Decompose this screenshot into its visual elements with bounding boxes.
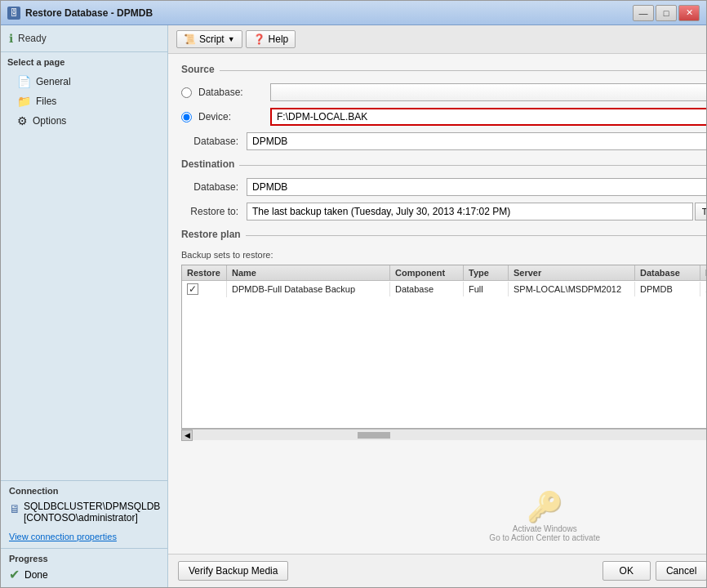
restore-checkbox[interactable]: ✓ (187, 283, 198, 295)
title-bar-left: 🗄 Restore Database - DPMDB (7, 7, 153, 20)
cell-server: SPM-LOCAL\MSDPM2012 (509, 282, 635, 296)
restore-plan-form: Backup sets to restore: Restore Name Com… (181, 250, 706, 440)
script-icon: 📜 (184, 33, 196, 45)
cell-database: DPMDB (635, 282, 700, 296)
backup-sets-table: Restore Name Component Type Server Datab… (181, 265, 706, 429)
connection-section: Connection 🖥 SQLDBCLUSTER\DPMSQLDB [CONT… (1, 480, 167, 548)
sidebar-item-options-label: Options (33, 115, 66, 127)
horizontal-scrollbar[interactable]: ◀ ▶ (181, 429, 706, 440)
source-database-row: Database: DPMDB ▼ (181, 132, 706, 150)
scroll-left-btn[interactable]: ◀ (181, 430, 193, 441)
database-dropdown[interactable]: ▼ (270, 83, 706, 101)
toolbar: 📜 Script ▼ ❓ Help (168, 25, 706, 54)
window-title: Restore Database - DPMDB (25, 7, 153, 19)
cell-component: Database (390, 282, 464, 296)
source-database-label: Database: (181, 136, 247, 147)
maximize-button[interactable]: □ (656, 5, 677, 21)
cancel-button[interactable]: Cancel (656, 561, 706, 581)
sidebar-item-general[interactable]: 📄 General (1, 72, 167, 91)
dest-database-label: Database: (181, 181, 247, 193)
restore-to-label: Restore to: (181, 206, 247, 217)
connection-info: 🖥 SQLDBCLUSTER\DPMSQLDB [CONTOSO\adminis… (9, 499, 159, 525)
checkbox-check-icon: ✓ (189, 283, 197, 295)
connection-details: SQLDBCLUSTER\DPMSQLDB [CONTOSO\administr… (24, 501, 160, 523)
main-content: Source Database: ▼ D (168, 54, 706, 554)
sidebar: ℹ Ready Select a page 📄 General 📁 Files … (1, 25, 168, 587)
files-icon: 📁 (17, 95, 31, 108)
progress-header: Progress (9, 554, 159, 564)
col-header-component: Component (390, 265, 464, 280)
col-header-position: Position (700, 265, 706, 280)
help-button[interactable]: ❓ Help (246, 30, 296, 48)
device-radio-label: Device: (198, 111, 264, 122)
sidebar-item-general-label: General (36, 76, 71, 87)
col-header-type: Type (464, 265, 509, 280)
destination-form: Database: DPMDB ▼ Restore to: The last b… (181, 178, 706, 220)
cell-type: Full (464, 282, 509, 296)
col-header-database: Database (635, 265, 700, 280)
script-button[interactable]: 📜 Script ▼ (176, 30, 242, 48)
view-connection-properties-link[interactable]: View connection properties (9, 530, 159, 543)
content-area: ℹ Ready Select a page 📄 General 📁 Files … (1, 25, 706, 587)
progress-item: ✔ Done (9, 567, 159, 582)
dest-database-row: Database: DPMDB ▼ (181, 178, 706, 196)
col-header-server: Server (509, 265, 635, 280)
main-panel: 📜 Script ▼ ❓ Help Source (168, 25, 706, 587)
database-radio-label: Database: (198, 87, 264, 98)
database-radio[interactable] (181, 87, 192, 98)
scroll-track[interactable] (194, 432, 706, 439)
device-radio-row: Device: F:\DPM-LOCAL.BAK ... (181, 108, 706, 126)
connection-user: [CONTOSO\administrator] (24, 512, 160, 523)
options-icon: ⚙ (17, 114, 28, 127)
col-header-name: Name (227, 265, 390, 280)
title-bar: 🗄 Restore Database - DPMDB — □ ✕ (1, 1, 706, 25)
sidebar-item-options[interactable]: ⚙ Options (1, 111, 167, 131)
scroll-thumb[interactable] (358, 432, 390, 439)
progress-status: Done (24, 569, 48, 581)
dest-database-field[interactable]: DPMDB ▼ (247, 178, 706, 196)
minimize-button[interactable]: — (633, 5, 654, 21)
sidebar-item-files-label: Files (36, 96, 56, 107)
sidebar-spacer (1, 131, 167, 480)
restore-to-row: Restore to: The last backup taken (Tuesd… (181, 203, 706, 220)
col-header-restore: Restore (182, 265, 227, 280)
server-icon: 🖥 (9, 502, 20, 515)
destination-section-label: Destination (181, 158, 706, 172)
title-buttons: — □ ✕ (633, 5, 700, 21)
close-button[interactable]: ✕ (678, 5, 700, 21)
backup-sets-label: Backup sets to restore: (181, 250, 706, 260)
cell-name: DPMDB-Full Database Backup (227, 282, 390, 296)
select-page-header: Select a page (1, 52, 167, 72)
action-buttons: OK Cancel Help (603, 561, 706, 581)
status-bar: ℹ Ready (1, 25, 167, 52)
cell-restore-checkbox[interactable]: ✓ (182, 281, 227, 297)
status-text: Ready (18, 33, 47, 44)
verify-backup-button[interactable]: Verify Backup Media (178, 561, 288, 581)
source-section-label: Source (181, 64, 706, 77)
progress-section: Progress ✔ Done (1, 548, 167, 587)
status-icon: ℹ (9, 32, 13, 45)
dest-database-value: DPMDB (252, 181, 287, 193)
help-label: Help (269, 33, 289, 45)
table-header: Restore Name Component Type Server Datab… (182, 265, 706, 281)
sidebar-item-files[interactable]: 📁 Files (1, 91, 167, 111)
restore-to-value: The last backup taken (Tuesday, July 30,… (252, 206, 510, 217)
database-radio-row: Database: ▼ (181, 83, 706, 101)
ok-button[interactable]: OK (603, 561, 651, 581)
timeline-button[interactable]: Timeline... (695, 203, 706, 220)
device-radio[interactable] (181, 112, 192, 122)
source-database-field[interactable]: DPMDB ▼ (247, 132, 706, 150)
general-icon: 📄 (17, 75, 31, 88)
window-icon: 🗄 (7, 7, 20, 20)
restore-to-field: The last backup taken (Tuesday, July 30,… (247, 203, 693, 220)
restore-plan-section-label: Restore plan (181, 229, 706, 242)
table-row: ✓ DPMDB-Full Database Backup Database Fu… (182, 281, 706, 297)
device-path-field[interactable]: F:\DPM-LOCAL.BAK (270, 108, 706, 126)
source-database-value: DPMDB (252, 136, 287, 147)
bottom-bar: Verify Backup Media 🔑 Activate Windows G… (168, 554, 706, 587)
device-path-value: F:\DPM-LOCAL.BAK (277, 111, 367, 122)
source-form: Database: ▼ Device: F:\DPM-LOCAL.BAK (181, 83, 706, 150)
table-empty-area (182, 297, 706, 428)
progress-check-icon: ✔ (9, 567, 20, 582)
main-window: 🗄 Restore Database - DPMDB — □ ✕ ℹ Ready… (0, 0, 707, 588)
